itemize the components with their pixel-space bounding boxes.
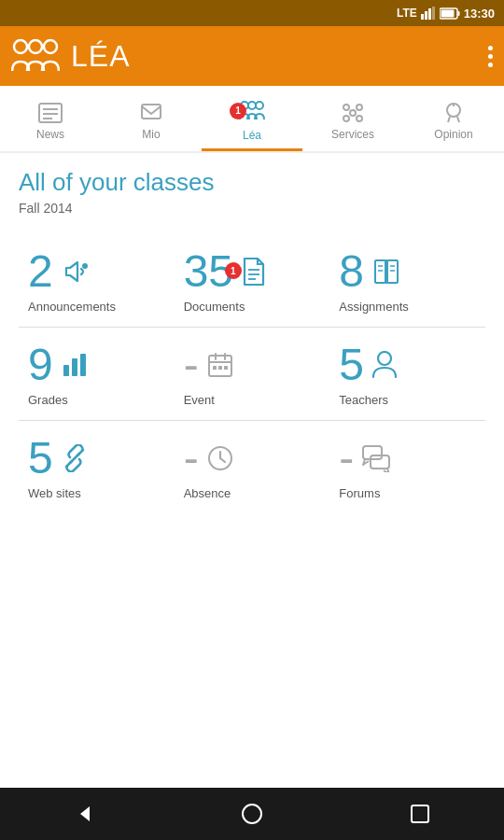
- teachers-label: Teachers: [339, 393, 388, 407]
- svg-point-7: [14, 40, 27, 53]
- tab-services[interactable]: Services: [302, 86, 403, 151]
- svg-rect-6: [441, 9, 454, 17]
- documents-badge: 1: [225, 262, 242, 279]
- svg-rect-40: [72, 358, 77, 376]
- event-count: -: [184, 343, 199, 387]
- absence-label: Absence: [184, 486, 231, 500]
- event-label: Event: [184, 393, 215, 407]
- lea-tab-badge: 1: [230, 103, 246, 119]
- svg-point-57: [243, 805, 261, 823]
- app-bar-left: LÉA: [11, 37, 130, 75]
- signal-icon: [421, 7, 436, 20]
- calendar-icon: [206, 351, 234, 379]
- svg-line-26: [457, 117, 459, 122]
- svg-rect-32: [387, 260, 398, 283]
- book-icon: [371, 257, 401, 287]
- svg-rect-46: [213, 366, 217, 370]
- app-title: LÉA: [71, 39, 130, 74]
- tab-opinion[interactable]: Opinion: [403, 86, 504, 151]
- svg-rect-58: [412, 805, 428, 822]
- chart-icon: [61, 351, 89, 379]
- status-bar: LTE 13:30: [0, 0, 504, 26]
- status-icons: LTE 13:30: [397, 7, 495, 21]
- tab-opinion-label: Opinion: [434, 128, 472, 141]
- more-menu-button[interactable]: [488, 46, 493, 67]
- link-icon: [61, 444, 89, 472]
- svg-rect-14: [142, 105, 161, 119]
- main-content: All of your classes Fall 2014 2 Announce…: [0, 153, 504, 528]
- stat-websites[interactable]: 5 Web sites: [19, 421, 175, 513]
- assignments-count: 8: [339, 249, 364, 294]
- recent-button[interactable]: [397, 791, 443, 837]
- stat-forums[interactable]: - Forums: [329, 421, 485, 513]
- stat-teachers[interactable]: 5 Teachers: [329, 328, 485, 421]
- stats-grid: 2 Announcements 35 1: [19, 234, 485, 513]
- recent-icon: [409, 803, 431, 825]
- svg-rect-2: [428, 8, 431, 20]
- stat-absence[interactable]: - Absence: [175, 421, 330, 513]
- back-icon: [73, 803, 95, 825]
- websites-count: 5: [28, 436, 53, 481]
- forums-count: -: [339, 436, 354, 481]
- mio-icon: [138, 102, 164, 124]
- tab-news[interactable]: News: [0, 86, 101, 151]
- teachers-count: 5: [339, 343, 364, 387]
- clock-icon: [206, 444, 234, 472]
- tab-lea[interactable]: 1 Léa: [202, 86, 302, 151]
- announcements-count: 2: [28, 249, 53, 294]
- svg-rect-1: [425, 11, 427, 20]
- app-logo-icon: [11, 37, 60, 75]
- stat-event[interactable]: - Event: [175, 328, 330, 421]
- opinion-icon: [441, 102, 467, 124]
- stat-grades[interactable]: 9 Grades: [19, 328, 175, 421]
- tab-bar: News Mio 1 Léa: [0, 86, 504, 153]
- svg-rect-39: [63, 365, 69, 376]
- navigation-bar: [0, 788, 504, 840]
- services-icon: [340, 102, 366, 124]
- svg-point-17: [256, 102, 263, 109]
- megaphone-icon: [61, 257, 91, 287]
- svg-rect-0: [421, 14, 424, 20]
- svg-point-16: [248, 102, 256, 109]
- svg-rect-3: [432, 7, 435, 20]
- battery-icon: [440, 7, 460, 20]
- svg-rect-5: [457, 11, 459, 16]
- time-display: 13:30: [464, 7, 495, 21]
- svg-point-22: [357, 116, 362, 121]
- person-icon: [371, 351, 398, 379]
- tab-news-label: News: [36, 128, 64, 141]
- svg-marker-56: [80, 806, 90, 821]
- news-icon: [37, 102, 63, 124]
- documents-label: Documents: [184, 300, 245, 314]
- svg-point-21: [343, 116, 349, 121]
- absence-count: -: [184, 436, 199, 481]
- svg-point-27: [82, 263, 88, 269]
- svg-line-53: [220, 458, 225, 462]
- page-subtitle: Fall 2014: [19, 201, 485, 216]
- svg-point-8: [29, 40, 42, 53]
- stat-assignments[interactable]: 8 Assignments: [329, 234, 485, 328]
- document-icon: [241, 257, 267, 287]
- svg-point-18: [350, 110, 356, 116]
- stat-documents[interactable]: 35 1 Documents: [175, 234, 330, 328]
- tab-mio[interactable]: Mio: [101, 86, 202, 151]
- svg-rect-41: [80, 354, 86, 376]
- home-button[interactable]: [229, 791, 275, 837]
- svg-line-50: [70, 454, 79, 463]
- lte-label: LTE: [397, 7, 417, 20]
- chat-icon: [361, 444, 391, 472]
- svg-rect-31: [375, 260, 385, 283]
- app-bar: LÉA: [0, 26, 504, 86]
- svg-rect-47: [218, 366, 222, 370]
- back-button[interactable]: [61, 791, 107, 837]
- svg-point-9: [44, 40, 57, 53]
- assignments-label: Assignments: [339, 300, 408, 314]
- svg-line-25: [448, 117, 450, 122]
- grades-count: 9: [28, 343, 53, 387]
- svg-rect-55: [371, 455, 389, 469]
- tab-mio-label: Mio: [142, 128, 160, 141]
- page-title: All of your classes: [19, 168, 485, 197]
- stat-announcements[interactable]: 2 Announcements: [19, 234, 175, 328]
- tab-services-label: Services: [331, 128, 374, 141]
- websites-label: Web sites: [28, 486, 81, 500]
